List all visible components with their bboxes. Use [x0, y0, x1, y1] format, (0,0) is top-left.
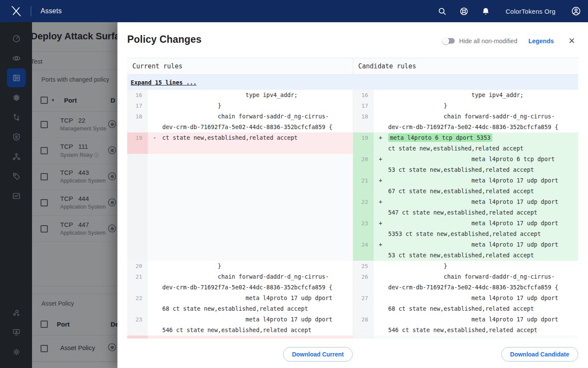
- diff-cell-current: 20 }: [127, 261, 353, 271]
- line-number: [127, 154, 148, 175]
- help-icon[interactable]: [459, 7, 468, 16]
- code-line: + meta l4proto 17 udp dport: [388, 239, 578, 250]
- org-name[interactable]: ColorTokens Org: [506, 8, 556, 15]
- download-current-button[interactable]: Download Current: [283, 347, 353, 362]
- code-block: -: [148, 336, 353, 339]
- diff-viewer: Current rules Candidate rules Expand 15 …: [127, 58, 578, 339]
- code-line: + meta l4proto 6 tcp dport: [388, 154, 578, 165]
- code-line: [162, 229, 353, 239]
- code-block: [148, 197, 353, 218]
- code-block: + meta l4proto 17 udp dport53 ct state n…: [374, 239, 578, 261]
- code-block: [148, 175, 353, 197]
- code-block: meta l4proto 17 udp dport546 ct state ne…: [148, 314, 353, 336]
- line-number: 27: [353, 293, 374, 314]
- code-line: dev-crm-db-71692f7a-5e02-44dc-8836-352bc…: [162, 282, 353, 293]
- code-line: [162, 218, 353, 229]
- code-line: type ipv4_addr;: [388, 90, 578, 100]
- code-block: [374, 336, 578, 339]
- diff-row: 21 chain forward-daddr-d_ng-cirrus-dev-c…: [127, 271, 578, 293]
- code-line: meta l4proto 17 udp dport: [388, 314, 578, 325]
- diff-row: 20 }25 }: [127, 261, 578, 271]
- diff-body[interactable]: 16 type ipv4_addr;16 type ipv4_addr;17 }…: [127, 90, 578, 339]
- code-line: dev-crm-db-71692f7a-5e02-44dc-8836-352bc…: [162, 122, 353, 132]
- toggle-knob: [442, 38, 449, 44]
- line-number: [127, 218, 148, 239]
- line-number: 21: [353, 175, 374, 197]
- line-number: 20: [353, 154, 374, 175]
- line-number: 24: [353, 239, 374, 261]
- code-line: [162, 186, 353, 197]
- diff-cell-current: 22 meta l4proto 17 udp dport68 ct state …: [127, 293, 353, 314]
- code-line: }: [388, 261, 578, 271]
- toggle-label: Hide all non-modified: [459, 38, 517, 44]
- line-number: 17: [353, 100, 374, 111]
- diff-cell-current: 19-ct state new,established,related acce…: [127, 132, 353, 154]
- code-block: }: [374, 100, 578, 111]
- code-line: meta l4proto 17 udp dport: [162, 293, 353, 303]
- code-line: 546 ct state new,established,related acc…: [388, 325, 578, 336]
- diff-cell-candidate: 25 }: [353, 261, 578, 271]
- line-number: 23: [127, 314, 148, 336]
- code-line: [162, 239, 353, 250]
- diff-cell-candidate: 27 meta l4proto 17 udp dport68 ct state …: [353, 293, 578, 314]
- code-line: [162, 175, 353, 186]
- diff-row: 16 type ipv4_addr;16 type ipv4_addr;: [127, 90, 578, 100]
- line-number: 25: [353, 261, 374, 271]
- line-number: 18: [353, 111, 374, 132]
- diff-cell-candidate: 23+ meta l4proto 17 udp dport5353 ct sta…: [353, 218, 578, 239]
- code-block: chain forward-saddr-d_ng-cirrus-dev-crm-…: [148, 111, 353, 132]
- diff-prefix: +: [379, 197, 382, 207]
- diff-prefix: -: [153, 336, 156, 339]
- code-block: meta l4proto 17 udp dport68 ct state new…: [148, 293, 353, 314]
- line-number: 26: [353, 271, 374, 293]
- code-line: 53 ct state new,established,related acce…: [388, 250, 578, 261]
- code-block: + meta l4proto 6 tcp dport53 ct state ne…: [374, 154, 578, 175]
- expand-lines-row: Expand 15 lines ...: [127, 75, 578, 90]
- code-block: type ipv4_addr;: [374, 90, 578, 100]
- code-line: 5353 ct state new,established,related ac…: [388, 229, 578, 239]
- code-block: chain forward-saddr-d_ng-cirrus-dev-crm-…: [374, 111, 578, 132]
- line-number: [127, 239, 148, 261]
- code-line: + meta l4proto 17 udp dport: [388, 175, 578, 186]
- colortokens-logo-icon: [10, 5, 22, 17]
- code-block: type ipv4_addr;: [148, 90, 353, 100]
- line-number: 17: [127, 100, 148, 111]
- diff-prefix: +: [379, 154, 382, 165]
- code-line: }: [388, 100, 578, 111]
- diff-row: 23+ meta l4proto 17 udp dport5353 ct sta…: [127, 218, 578, 239]
- line-number: 18: [127, 111, 148, 132]
- expand-lines-link[interactable]: Expand 15 lines ...: [131, 79, 196, 86]
- diff-row: 22+ meta l4proto 17 udp dport547 ct stat…: [127, 197, 578, 218]
- search-icon[interactable]: [438, 7, 447, 16]
- diff-cell-candidate: 24+ meta l4proto 17 udp dport53 ct state…: [353, 239, 578, 261]
- diff-prefix: +: [379, 175, 382, 186]
- diff-cell-current: [127, 175, 353, 197]
- notifications-bell-icon[interactable]: [481, 7, 490, 16]
- diff-cell-current: 18 chain forward-saddr-d_ng-cirrus-dev-c…: [127, 111, 353, 132]
- line-number: [127, 197, 148, 218]
- diff-row: 19-ct state new,established,related acce…: [127, 132, 578, 154]
- hide-non-modified-toggle[interactable]: [443, 38, 455, 44]
- top-navbar: Assets ColorTokens Org: [0, 0, 588, 22]
- code-line: meta l4proto 17 udp dport: [388, 293, 578, 303]
- close-icon[interactable]: ✕: [568, 37, 575, 45]
- code-line: 53 ct state new,established,related acce…: [388, 165, 578, 175]
- diff-row: 21+ meta l4proto 17 udp dport67 ct state…: [127, 175, 578, 197]
- code-line: chain forward-saddr-d_ng-cirrus-: [388, 111, 578, 122]
- code-line: +meta l4proto 6 tcp dport 5353: [388, 132, 578, 143]
- line-number: 19: [353, 132, 374, 154]
- diff-cell-candidate: 26 chain forward-daddr-d_ng-cirrus-dev-c…: [353, 271, 578, 293]
- user-avatar-icon[interactable]: [571, 6, 581, 16]
- code-line: -ct state new,established,related accept: [162, 132, 353, 143]
- code-block: chain forward-daddr-d_ng-cirrus-dev-crm-…: [374, 271, 578, 293]
- code-block: }: [374, 261, 578, 271]
- code-block: [148, 154, 353, 175]
- line-number: 16: [353, 90, 374, 100]
- modal-footer: Download Current Download Candidate: [117, 341, 588, 368]
- code-line: chain forward-daddr-d_ng-cirrus-: [388, 271, 578, 282]
- legends-link[interactable]: Legends: [528, 38, 554, 44]
- download-candidate-button[interactable]: Download Candidate: [501, 347, 578, 362]
- diff-cell-candidate: 28 meta l4proto 17 udp dport546 ct state…: [353, 314, 578, 336]
- code-line: [162, 207, 353, 218]
- code-block: + meta l4proto 17 udp dport67 ct state n…: [374, 175, 578, 197]
